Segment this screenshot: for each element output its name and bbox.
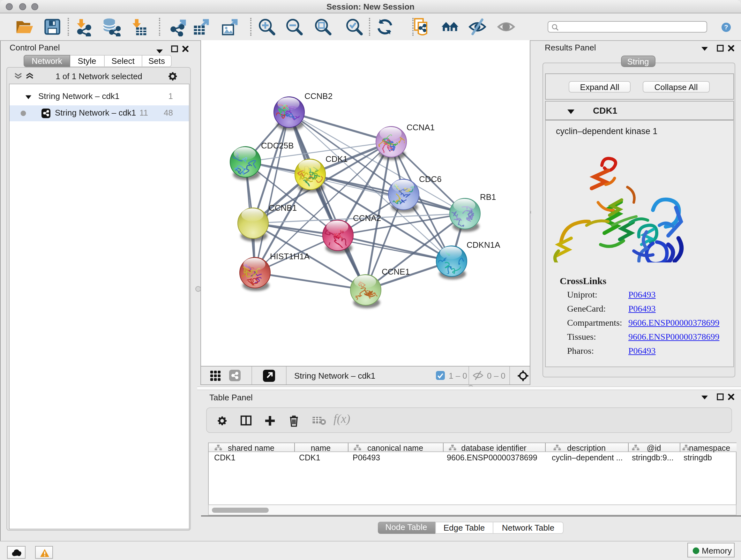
svg-text:CCNA2: CCNA2 (353, 213, 381, 223)
svg-text:?: ? (724, 23, 728, 30)
svg-text:HIST1H1A: HIST1H1A (270, 251, 310, 261)
svg-text:RB1: RB1 (480, 192, 496, 201)
svg-text:CDKN1A: CDKN1A (467, 240, 500, 249)
svg-text:CCNB1: CCNB1 (269, 203, 297, 212)
svg-text:CDC25B: CDC25B (261, 140, 294, 150)
svg-text:CCNE1: CCNE1 (382, 266, 410, 276)
svg-text:CCNA1: CCNA1 (407, 122, 434, 132)
svg-text:CDK1: CDK1 (326, 154, 347, 164)
svg-text:CCNB2: CCNB2 (305, 91, 333, 101)
svg-text:CDC6: CDC6 (419, 174, 442, 184)
